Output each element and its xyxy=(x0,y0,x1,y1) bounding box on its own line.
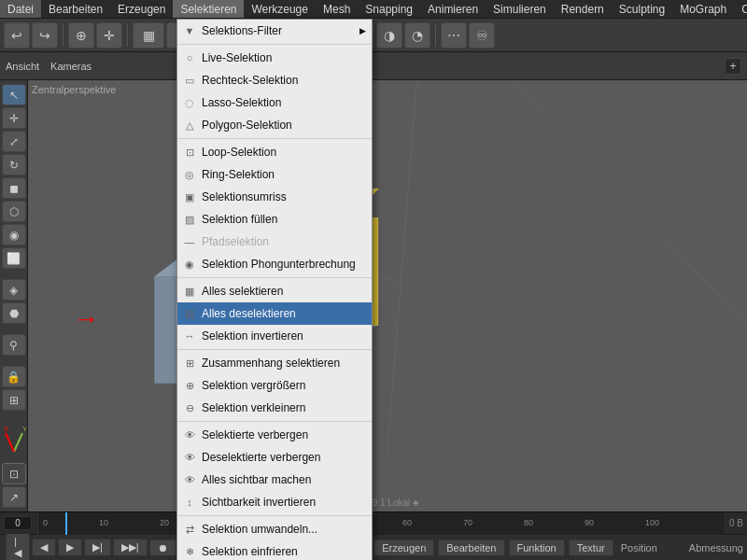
viewport-label-ansicht: Ansicht xyxy=(6,61,39,72)
menu-item-zusammenhang-selektieren[interactable]: ⊞Zusammenhang selektieren xyxy=(177,352,372,374)
menu-item-sichtbarkeit-invertieren[interactable]: ↕Sichtbarkeit invertieren xyxy=(177,491,372,513)
svg-text:60: 60 xyxy=(402,518,412,527)
sidebar-b5[interactable]: ◈ xyxy=(2,279,26,301)
menu-icon-zusammenhang-selektieren: ⊞ xyxy=(181,355,198,371)
erzeugen-btn[interactable]: Erzeugen xyxy=(374,539,434,556)
toolbar-separator-2 xyxy=(127,24,128,47)
sidebar-rotate-btn[interactable]: ↻ xyxy=(2,154,26,175)
menu-simulieren[interactable]: Simulieren xyxy=(486,0,554,18)
scene-button[interactable]: ◑ xyxy=(376,22,402,49)
menu-item-selektion-umwandeln[interactable]: ⇄Selektion umwandeln... xyxy=(177,518,372,540)
menu-selektieren[interactable]: Selektieren xyxy=(173,0,244,18)
menu-item-polygon-selektion[interactable]: △Polygon-Selektion xyxy=(177,114,372,136)
menu-animieren[interactable]: Animieren xyxy=(420,0,486,18)
camera-button[interactable]: ◔ xyxy=(404,22,430,49)
undo-button[interactable]: ↩ xyxy=(4,22,30,49)
menu-label-ring-selektion: Ring-Selektion xyxy=(202,168,366,181)
menu-charak[interactable]: Charak xyxy=(734,0,747,18)
render-button[interactable]: ⋯ xyxy=(441,22,467,49)
svg-text:70: 70 xyxy=(463,518,472,527)
menu-icon-selektion-fuellen: ▨ xyxy=(181,211,198,228)
menu-werkzeuge[interactable]: Werkzeuge xyxy=(244,0,315,18)
plus-button[interactable]: + xyxy=(725,58,741,75)
record-button[interactable]: ⏺ xyxy=(149,539,176,556)
sidebar-b6[interactable]: ⬣ xyxy=(2,302,26,324)
menu-item-selektion-invertieren[interactable]: ↔Selektion invertieren xyxy=(177,325,372,347)
menu-item-loop-selektion[interactable]: ⊡Loop-Selektion xyxy=(177,141,372,163)
render2-button[interactable]: ♾ xyxy=(469,22,495,49)
menu-label-selektierte-verbergen: Selektierte verbergen xyxy=(202,428,366,441)
redo-button[interactable]: ↪ xyxy=(32,22,58,49)
menu-item-alles-sichtbar[interactable]: 👁Alles sichtbar machen xyxy=(177,469,372,491)
timeline-ruler: 0 10 20 30 40 50 60 70 80 90 100 xyxy=(38,512,724,535)
next-frame-button[interactable]: ▶| xyxy=(84,539,111,556)
menu-item-selektions-filter[interactable]: ▼Selektions-Filter xyxy=(177,20,372,42)
prev-frame-button[interactable]: ◀ xyxy=(32,539,56,556)
axis-indicator: Y X xyxy=(2,414,26,461)
frame-input[interactable]: 0 xyxy=(4,516,32,530)
menu-item-lasso-selektion[interactable]: ◌Lasso-Selektion xyxy=(177,91,372,114)
sidebar-lock[interactable]: 🔒 xyxy=(2,366,26,387)
sidebar-b9[interactable]: ⊡ xyxy=(2,463,26,484)
go-start-button[interactable]: |◀ xyxy=(6,533,30,560)
svg-text:90: 90 xyxy=(585,518,594,527)
menu-mesh[interactable]: Mesh xyxy=(316,0,358,18)
menu-item-pfadselektion[interactable]: —Pfadselektion xyxy=(177,231,372,253)
select-mode-button[interactable]: ⊕ xyxy=(68,22,94,49)
sidebar-move-btn[interactable]: ✛ xyxy=(2,107,26,129)
menu-item-selektion-einfrieren[interactable]: ❄Selektion einfrieren xyxy=(177,540,372,560)
play-button[interactable]: ▶ xyxy=(58,539,82,556)
menu-mograph[interactable]: MoGraph xyxy=(672,0,734,18)
sidebar-b10[interactable]: ↗ xyxy=(2,486,26,508)
menu-datei[interactable]: Datei xyxy=(0,0,41,18)
svg-rect-31 xyxy=(38,512,724,535)
sidebar-cube[interactable]: ⬜ xyxy=(2,247,26,269)
sidebar-select-btn[interactable]: ↖ xyxy=(2,84,26,105)
menu-item-alles-deselektieren[interactable]: ▨Alles deselektieren xyxy=(177,302,372,325)
menubar: Datei Bearbeiten Erzeugen Selektieren We… xyxy=(0,0,747,19)
funktion-btn[interactable]: Funktion xyxy=(509,539,565,556)
menu-item-selektion-verkleinern[interactable]: ⊖Selektion verkleinern xyxy=(177,397,372,419)
bearbeiten-btn[interactable]: Bearbeiten xyxy=(438,539,504,556)
menu-item-selektionsumriss[interactable]: ▣Selektionsumriss xyxy=(177,186,372,208)
menu-icon-selektion-phong: ◉ xyxy=(181,256,198,273)
sidebar-scale-btn[interactable]: ⤢ xyxy=(2,131,26,152)
move-button[interactable]: ✛ xyxy=(96,22,122,49)
sidebar-b8[interactable]: ⊞ xyxy=(2,389,26,411)
menu-item-selektion-vergroessern[interactable]: ⊕Selektion vergrößern xyxy=(177,374,372,397)
menu-item-live-selektion[interactable]: ○Live-Selektion xyxy=(177,47,372,69)
textur-btn[interactable]: Textur xyxy=(569,539,613,556)
menu-item-selektion-fuellen[interactable]: ▨Selektion füllen xyxy=(177,208,372,231)
menu-snapping[interactable]: Snapping xyxy=(358,0,420,18)
menu-label-selektion-umwandeln: Selektion umwandeln... xyxy=(202,523,366,536)
menu-icon-lasso-selektion: ◌ xyxy=(181,94,198,111)
menu-item-rechteck-selektion[interactable]: ▭Rechteck-Selektion xyxy=(177,69,372,91)
menu-label-deselektierte-verbergen: Deselektierte verbergen xyxy=(202,451,366,464)
menu-item-deselektierte-verbergen[interactable]: 👁Deselektierte verbergen xyxy=(177,446,372,469)
menu-erzeugen[interactable]: Erzeugen xyxy=(110,0,173,18)
menu-item-selektion-phong[interactable]: ◉Selektion Phongunterbrechung xyxy=(177,253,372,275)
menu-icon-polygon-selektion: △ xyxy=(181,117,198,133)
menu-item-selektierte-verbergen[interactable]: 👁Selektierte verbergen xyxy=(177,424,372,446)
main-area: ↖ ✛ ⤢ ↻ ◼ ⬡ ◉ ⬜ ◈ ⬣ ⚲ 🔒 ⊞ Y X ⊡ ↗ Zentra… xyxy=(0,80,747,511)
menu-bearbeiten[interactable]: Bearbeiten xyxy=(41,0,110,18)
menu-label-sichtbarkeit-invertieren: Sichtbarkeit invertieren xyxy=(202,496,366,509)
menu-icon-selektions-filter: ▼ xyxy=(181,22,198,39)
menu-icon-deselektierte-verbergen: 👁 xyxy=(181,449,198,466)
sidebar-b1[interactable]: ◼ xyxy=(2,177,26,199)
sidebar-b3[interactable]: ◉ xyxy=(2,224,26,245)
go-end-button[interactable]: ▶▶| xyxy=(113,539,148,556)
viewport[interactable]: Zentralperspektive xyxy=(28,80,747,511)
menu-label-selektion-verkleinern: Selektion verkleinern xyxy=(202,401,366,414)
menu-item-ring-selektion[interactable]: ◎Ring-Selektion xyxy=(177,163,372,186)
svg-text:Y: Y xyxy=(22,425,26,433)
menu-separator xyxy=(177,277,372,278)
menu-label-selektion-einfrieren: Selektion einfrieren xyxy=(202,545,366,558)
menu-sculpting[interactable]: Sculpting xyxy=(612,0,672,18)
sidebar-magnet[interactable]: ⚲ xyxy=(2,334,26,356)
sidebar-b2[interactable]: ⬡ xyxy=(2,201,26,222)
menu-item-alles-selektieren[interactable]: ▦Alles selektieren xyxy=(177,280,372,302)
filmstrip-button-1[interactable]: ▦ xyxy=(133,22,164,49)
menu-icon-alles-deselektieren: ▨ xyxy=(181,305,198,322)
menu-rendern[interactable]: Rendern xyxy=(554,0,612,18)
